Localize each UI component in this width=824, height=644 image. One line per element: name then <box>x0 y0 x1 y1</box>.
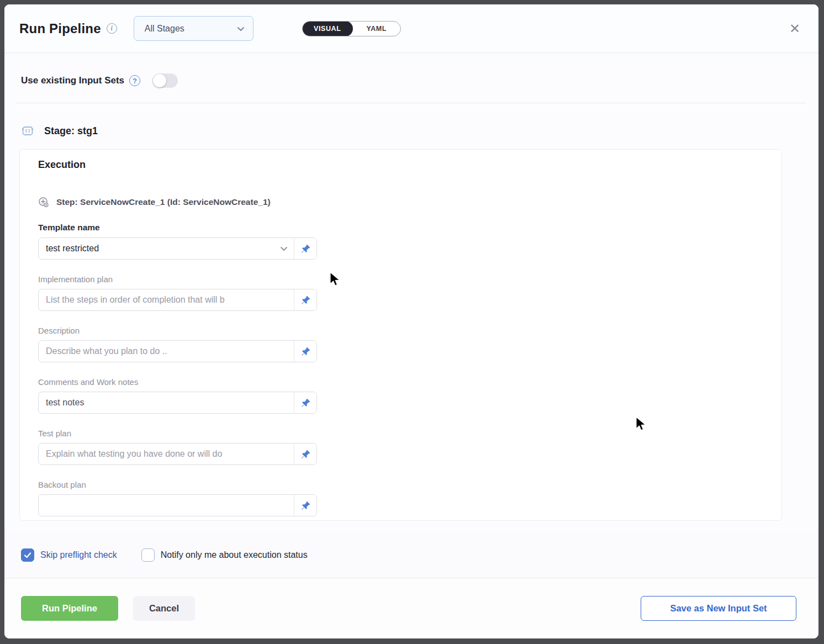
pin-icon <box>300 295 311 305</box>
stage-row: Stage: stg1 <box>21 124 818 138</box>
skip-preflight-row[interactable]: Skip preflight check <box>21 548 117 562</box>
pin-icon <box>300 244 311 254</box>
action-bar: Run Pipeline Cancel Save as New Input Se… <box>4 578 818 638</box>
notify-me-label: Notify only me about execution status <box>161 550 308 560</box>
run-pipeline-button[interactable]: Run Pipeline <box>21 596 118 621</box>
cancel-button[interactable]: Cancel <box>133 596 195 621</box>
notify-me-checkbox[interactable] <box>141 548 155 562</box>
chevron-down-icon <box>279 244 288 253</box>
template-name-value: test restricted <box>39 244 279 254</box>
pin-button[interactable] <box>294 444 316 464</box>
modal-body: Use existing Input Sets ? Stage: stg1 Ex… <box>4 53 818 532</box>
chevron-down-icon <box>236 24 245 33</box>
backout-plan-input[interactable] <box>39 495 294 516</box>
test-plan-input[interactable] <box>39 444 294 464</box>
pin-button[interactable] <box>294 289 316 310</box>
use-existing-input-sets-row: Use existing Input Sets ? <box>21 70 818 92</box>
pin-icon <box>300 500 311 511</box>
close-icon[interactable]: ✕ <box>786 20 803 37</box>
tab-visual[interactable]: VISUAL <box>302 21 353 36</box>
modal-header: Run Pipeline i All Stages VISUAL YAML ✕ <box>4 4 818 53</box>
pin-icon <box>300 398 311 408</box>
skip-preflight-checkbox[interactable] <box>21 548 34 562</box>
stage-icon <box>21 124 34 138</box>
notify-me-row[interactable]: Notify only me about execution status <box>141 548 308 562</box>
description-input[interactable] <box>39 341 294 362</box>
pin-icon <box>300 346 311 357</box>
run-pipeline-modal: Run Pipeline i All Stages VISUAL YAML ✕ … <box>4 4 818 638</box>
stage-label: Stage: stg1 <box>44 125 98 137</box>
save-as-new-input-set-button[interactable]: Save as New Input Set <box>641 596 796 621</box>
execution-card: Execution Step: ServiceNowCreate_1 (Id: … <box>19 149 782 521</box>
field-label: Backout plan <box>38 480 317 489</box>
implementation-plan-input[interactable] <box>39 289 294 310</box>
field-backout-plan: Backout plan <box>38 480 317 516</box>
field-label: Implementation plan <box>38 275 317 284</box>
pin-icon <box>300 449 311 460</box>
tab-yaml[interactable]: YAML <box>353 21 400 36</box>
preflight-section: Skip preflight check Notify only me abou… <box>4 532 818 578</box>
section-divider <box>17 103 806 103</box>
pin-button[interactable] <box>294 238 316 259</box>
step-label: Step: ServiceNowCreate_1 (Id: ServiceNow… <box>56 197 271 207</box>
field-comments-work-notes: Comments and Work notes <box>38 377 317 414</box>
visual-yaml-toggle: VISUAL YAML <box>302 21 401 36</box>
stages-dropdown[interactable]: All Stages <box>134 16 253 41</box>
field-description: Description <box>38 326 317 362</box>
info-icon[interactable]: i <box>107 23 117 34</box>
field-label: Comments and Work notes <box>38 377 317 387</box>
field-label: Template name <box>38 223 317 233</box>
page-title: Run Pipeline <box>19 21 101 36</box>
field-label: Test plan <box>38 429 317 438</box>
use-existing-input-sets-label: Use existing Input Sets <box>21 75 124 86</box>
pin-button[interactable] <box>294 495 316 516</box>
field-test-plan: Test plan <box>38 429 317 465</box>
execution-title: Execution <box>38 159 781 171</box>
field-template-name: Template name test restricted <box>38 223 317 260</box>
input-sets-toggle[interactable] <box>152 73 178 88</box>
stages-dropdown-value: All Stages <box>145 24 236 34</box>
template-name-select[interactable]: test restricted <box>38 237 317 260</box>
step-row: Step: ServiceNowCreate_1 (Id: ServiceNow… <box>38 197 781 208</box>
comments-work-notes-input[interactable] <box>39 392 294 413</box>
help-icon[interactable]: ? <box>129 75 140 86</box>
field-label: Description <box>38 326 317 335</box>
pin-button[interactable] <box>294 341 316 362</box>
skip-preflight-label: Skip preflight check <box>40 550 117 560</box>
step-plus-icon <box>38 197 49 208</box>
field-implementation-plan: Implementation plan <box>38 275 317 311</box>
pin-button[interactable] <box>294 392 316 413</box>
toggle-knob <box>153 74 166 87</box>
check-icon <box>24 551 31 559</box>
